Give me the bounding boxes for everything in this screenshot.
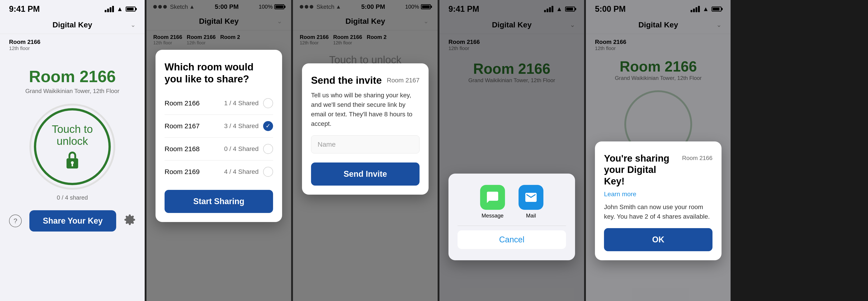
radio-1[interactable] <box>263 98 273 108</box>
divider-1 <box>145 0 147 301</box>
room-list-item-3[interactable]: Room 2168 0 / 4 Shared <box>164 138 273 161</box>
divider-2 <box>291 0 293 301</box>
screen-2: Sketch ▲ 5:00 PM 100% Digital Key ⌄ Room… <box>147 0 291 301</box>
room-name-item-1: Room 2166 <box>164 99 199 107</box>
confirm-title: You're sharing your Digital Key! <box>604 153 678 187</box>
invite-title: Send the invite <box>311 75 382 86</box>
radio-4[interactable] <box>263 167 273 177</box>
chevron-down-icon-1[interactable]: ⌄ <box>130 21 135 29</box>
message-icon <box>486 191 499 204</box>
room-name-item-3: Room 2168 <box>164 145 199 153</box>
screen-5: 5:00 PM ▲ Digital Key ⌄ Room 2166 12th f… <box>586 0 731 301</box>
room-list-right-4: 4 / 4 Shared <box>224 167 273 177</box>
room-subtitle-1: Grand Waikikinian Tower, 12th Floor <box>25 88 119 94</box>
lock-icon-1 <box>63 149 81 170</box>
confirm-room-label: Room 2166 <box>682 155 712 162</box>
mail-icon-circle <box>519 185 544 210</box>
screen-4: 9:41 PM ▲ Digital Key ⌄ Room 2166 <box>439 0 584 301</box>
room-name-item-2: Room 2167 <box>164 122 199 130</box>
bottom-bar-1: ? Share Your Key <box>0 206 145 241</box>
screen-3: Sketch ▲ 5:00 PM 100% Digital Key ⌄ Room… <box>293 0 438 301</box>
status-icons-1: ▲ <box>105 5 135 13</box>
settings-icon-1[interactable] <box>124 214 135 228</box>
confirmation-modal: You're sharing your Digital Key! Room 21… <box>595 141 721 260</box>
shared-count-1: 0 / 4 shared <box>57 194 88 201</box>
nav-bar-1: Digital Key ⌄ <box>0 16 145 34</box>
room-info-item-1: Room 2166 12th floor <box>9 38 40 51</box>
battery-icon-1 <box>126 6 135 11</box>
room-shared-1: 1 / 4 Shared <box>224 100 258 107</box>
question-mark-icon: ? <box>13 217 18 225</box>
invite-header: Send the invite Room 2167 <box>311 75 420 86</box>
room-list-item-2[interactable]: Room 2167 3 / 4 Shared ✓ <box>164 115 273 138</box>
svg-point-1 <box>71 161 74 164</box>
room-title-1: Room 2166 <box>29 67 116 86</box>
message-icon-circle <box>480 185 505 210</box>
wifi-icon-1: ▲ <box>117 5 123 13</box>
divider-4 <box>584 0 586 301</box>
message-label: Message <box>482 213 503 219</box>
send-invite-button[interactable]: Send Invite <box>311 163 420 186</box>
room-floor-1: 12th floor <box>9 46 40 51</box>
name-input[interactable]: Name <box>311 135 420 154</box>
nav-title-1: Digital Key <box>53 20 92 29</box>
room-list-item-1[interactable]: Room 2166 1 / 4 Shared <box>164 92 273 115</box>
divider-3 <box>438 0 439 301</box>
screen-1: 9:41 PM ▲ Digital Key ⌄ Room 2166 12th f… <box>0 0 145 301</box>
share-icons-row: Message Mail <box>458 185 566 219</box>
signal-icon-1 <box>105 6 114 12</box>
lock-circle-inner-1[interactable]: Touch tounlock <box>34 108 111 185</box>
room-shared-3: 0 / 4 Shared <box>224 145 258 153</box>
room-list-item-4[interactable]: Room 2169 4 / 4 Shared <box>164 161 273 183</box>
ok-button[interactable]: OK <box>604 228 712 251</box>
send-invite-modal: Send the invite Room 2167 Tell us who wi… <box>302 63 429 195</box>
room-shared-4: 4 / 4 Shared <box>224 168 258 175</box>
confirm-header: You're sharing your Digital Key! Room 21… <box>604 153 712 187</box>
main-content-1: Room 2166 Grand Waikikinian Tower, 12th … <box>0 54 145 206</box>
share-dialog: Message Mail Cancel <box>448 173 575 260</box>
modal-title-2: Which room would you like to share? <box>164 61 273 85</box>
radio-2[interactable]: ✓ <box>263 121 273 131</box>
room-list-right-3: 0 / 4 Shared <box>224 144 273 154</box>
room-name-item-4: Room 2169 <box>164 168 199 175</box>
help-icon-1[interactable]: ? <box>9 215 22 227</box>
room-select-modal: Which room would you like to share? Room… <box>156 50 282 222</box>
room-name-1: Room 2166 <box>9 38 40 46</box>
radio-3[interactable] <box>263 144 273 154</box>
room-shared-2: 3 / 4 Shared <box>224 122 258 130</box>
room-info-row-1: Room 2166 12th floor <box>0 34 145 54</box>
touch-to-unlock-text-1: Touch tounlock <box>52 124 93 147</box>
invite-room-label: Room 2167 <box>387 77 420 84</box>
cancel-button-4[interactable]: Cancel <box>458 230 566 249</box>
message-share-item[interactable]: Message <box>480 185 505 219</box>
status-time-1: 9:41 PM <box>9 4 40 14</box>
share-your-key-button-1[interactable]: Share Your Key <box>29 210 116 231</box>
invite-desc: Tell us who will be sharing your key, an… <box>311 90 420 129</box>
lock-circle-outer-1[interactable]: Touch tounlock <box>29 104 115 190</box>
status-bar-1: 9:41 PM ▲ <box>0 0 145 16</box>
start-sharing-button[interactable]: Start Sharing <box>164 190 273 213</box>
mail-label: Mail <box>526 213 536 219</box>
room-list-right-2: 3 / 4 Shared ✓ <box>224 121 273 131</box>
confirm-desc: John Smith can now use your room key. Yo… <box>604 202 712 221</box>
mail-share-item[interactable]: Mail <box>519 185 544 219</box>
mail-icon <box>524 191 538 204</box>
room-list-right-1: 1 / 4 Shared <box>224 98 273 108</box>
learn-more-link[interactable]: Learn more <box>604 191 712 198</box>
